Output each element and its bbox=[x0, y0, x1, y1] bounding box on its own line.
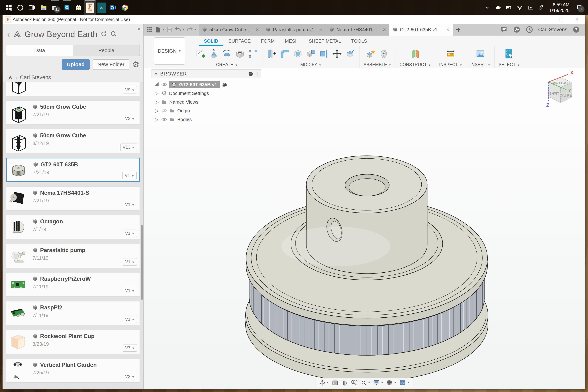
browser-node-origin[interactable]: ▷Origin bbox=[152, 106, 261, 115]
taskbar-microsoft-store-icon[interactable] bbox=[72, 0, 84, 15]
root-expand-triangle-icon[interactable] bbox=[154, 82, 159, 88]
fillet-icon[interactable] bbox=[280, 48, 290, 59]
look-at-icon[interactable] bbox=[332, 379, 339, 386]
browser-collapse-icon[interactable]: « bbox=[154, 72, 157, 76]
action-center-icon[interactable]: 7 bbox=[574, 0, 584, 15]
canvas-icon[interactable] bbox=[475, 48, 486, 59]
file-card[interactable]: GT2-60T-635B7/21/19V1 ▼ bbox=[6, 158, 140, 182]
version-dropdown[interactable]: V1 ▼ bbox=[123, 258, 137, 266]
minimize-button[interactable]: – bbox=[538, 15, 554, 24]
ribbon-tab-solid[interactable]: SOLID bbox=[199, 38, 223, 46]
root-component-name[interactable]: GT2-60T-635B v1 bbox=[179, 82, 217, 88]
file-card[interactable]: 50cm Grow Cube7/21/19V3 ▼ bbox=[6, 100, 140, 124]
ribbon-tab-sheet-metal[interactable]: SHEET METAL bbox=[304, 38, 346, 46]
file-card[interactable]: RaspPi27/11/19V1 ▼ bbox=[6, 301, 140, 325]
sidebar-scrollbar[interactable] bbox=[141, 225, 143, 300]
tray-wifi-icon[interactable] bbox=[517, 4, 523, 11]
version-dropdown[interactable]: V1 ▼ bbox=[123, 201, 137, 208]
version-dropdown[interactable]: V1 ▼ bbox=[123, 287, 137, 294]
zoom-icon[interactable] bbox=[350, 379, 358, 386]
tray-chevron-icon[interactable] bbox=[484, 4, 490, 11]
new-document-tab-button[interactable]: + bbox=[453, 24, 464, 36]
ribbon-group-label[interactable]: ASSEMBLE ▼ bbox=[364, 62, 391, 67]
tab-close-icon[interactable]: × bbox=[256, 26, 259, 33]
browser-node-named-views[interactable]: ▷Named Views bbox=[152, 98, 261, 106]
taskbar-clock[interactable]: 8:59 AM 1/19/2020 bbox=[549, 2, 570, 13]
taskbar-start-icon[interactable] bbox=[3, 0, 14, 15]
activate-component-radio[interactable]: ◉ bbox=[222, 82, 227, 88]
press-pull-icon[interactable] bbox=[266, 48, 277, 59]
hole-icon[interactable] bbox=[235, 48, 245, 59]
orbit-icon[interactable]: ▼ bbox=[319, 379, 329, 386]
tab-data[interactable]: Data bbox=[6, 45, 73, 56]
ribbon-group-label[interactable]: MODIFY ▼ bbox=[300, 62, 322, 67]
version-dropdown[interactable]: V7 ▼ bbox=[123, 344, 137, 352]
pan-icon[interactable] bbox=[341, 379, 348, 386]
taskbar-arduino-icon[interactable]: ∞ bbox=[96, 0, 108, 15]
browser-minimize-icon[interactable] bbox=[248, 71, 253, 76]
display-settings-icon[interactable]: ▼ bbox=[373, 379, 384, 386]
recent-icon[interactable] bbox=[526, 26, 533, 34]
job-status-icon[interactable] bbox=[513, 26, 520, 34]
offset-face-icon[interactable] bbox=[319, 48, 329, 59]
view-cube[interactable]: BOTTOM LEFT BACK X Y Z bbox=[542, 70, 578, 108]
file-new-icon[interactable]: ▼ bbox=[154, 26, 165, 33]
file-card[interactable]: Nema 17HS4401-S7/21/19V1 ▼ bbox=[6, 186, 140, 210]
tray-battery-icon[interactable] bbox=[506, 4, 512, 11]
browser-node-bodies[interactable]: ▷Bodies bbox=[152, 115, 261, 124]
refresh-icon[interactable] bbox=[100, 30, 107, 38]
document-tab[interactable]: 50cm Grow Cube v13*× bbox=[199, 24, 262, 36]
ribbon-tab-form[interactable]: FORM bbox=[256, 38, 280, 46]
expand-caret-icon[interactable]: ▷ bbox=[154, 117, 159, 122]
taskbar-file-explorer-icon[interactable] bbox=[38, 0, 49, 15]
browser-root-row[interactable]: GT2-60T-635B v1 ◉ bbox=[152, 80, 261, 89]
eye-visible-icon[interactable] bbox=[161, 82, 167, 88]
tab-close-icon[interactable]: × bbox=[446, 26, 450, 33]
taskbar-mail-icon[interactable]: 31 bbox=[49, 0, 61, 15]
revolve-icon[interactable] bbox=[222, 48, 232, 59]
ribbon-group-label[interactable]: INSERT ▼ bbox=[470, 62, 490, 67]
redo-icon[interactable]: ▼ bbox=[186, 26, 197, 33]
panel-settings-gear-icon[interactable]: ⚙ bbox=[132, 60, 140, 68]
browser-node-document-settings[interactable]: ▷⚙Document Settings bbox=[152, 89, 261, 98]
breadcrumb-user[interactable]: Carl Stevens bbox=[20, 74, 51, 80]
comments-icon[interactable] bbox=[500, 26, 508, 34]
create-sketch-icon[interactable] bbox=[196, 48, 206, 59]
document-tab[interactable]: Nema 17HS4401-S v1× bbox=[326, 24, 389, 36]
pattern-icon[interactable] bbox=[248, 48, 258, 59]
expand-caret-icon[interactable]: ▷ bbox=[154, 90, 159, 96]
model-viewport[interactable]: « BROWSER ‖ bbox=[144, 68, 585, 389]
tray-pen-icon[interactable] bbox=[538, 4, 545, 11]
file-card[interactable]: Vertical Plant Garden7/25/19V3 ▼ bbox=[6, 358, 140, 382]
version-dropdown[interactable]: V9 ▼ bbox=[123, 86, 137, 94]
version-dropdown[interactable]: V3 ▼ bbox=[123, 373, 137, 380]
version-dropdown[interactable]: V1 ▼ bbox=[123, 316, 137, 323]
taskbar-chrome-icon[interactable] bbox=[119, 0, 131, 15]
expand-caret-icon[interactable]: ▷ bbox=[154, 108, 159, 114]
ribbon-tab-surface[interactable]: SURFACE bbox=[223, 38, 256, 46]
new-component-icon[interactable] bbox=[366, 48, 376, 59]
version-dropdown[interactable]: V1 ▼ bbox=[123, 230, 137, 237]
ribbon-group-label[interactable]: CREATE ▼ bbox=[216, 62, 238, 67]
tab-close-icon[interactable]: × bbox=[383, 26, 386, 33]
measure-icon[interactable] bbox=[445, 48, 456, 59]
taskbar-cortana-icon[interactable] bbox=[14, 0, 26, 15]
tray-onedrive-icon[interactable] bbox=[495, 4, 501, 11]
file-card[interactable]: Rockwool Plant Cup8/23/19V7 ▼ bbox=[6, 330, 140, 354]
version-dropdown[interactable]: V13 ▼ bbox=[120, 144, 137, 151]
expand-caret-icon[interactable]: ▷ bbox=[154, 99, 159, 105]
combine-icon[interactable] bbox=[306, 48, 316, 59]
autodesk-tent-icon[interactable] bbox=[7, 74, 14, 80]
maximize-button[interactable]: □ bbox=[554, 15, 569, 24]
search-icon[interactable] bbox=[110, 30, 117, 38]
taskbar-cura-icon[interactable]: C bbox=[61, 0, 72, 15]
window-titlebar[interactable]: F Autodesk Fusion 360 (Personal - Not fo… bbox=[2, 15, 585, 24]
joint-icon[interactable] bbox=[378, 48, 389, 59]
help-icon[interactable]: ? bbox=[572, 26, 580, 34]
ribbon-group-label[interactable]: CONSTRUCT ▼ bbox=[400, 62, 431, 67]
ribbon-tab-mesh[interactable]: MESH bbox=[280, 38, 304, 46]
remove-icon[interactable] bbox=[345, 48, 355, 59]
move-icon[interactable] bbox=[332, 48, 342, 59]
taskbar-fusion-360-icon[interactable]: F360 bbox=[84, 0, 96, 15]
undo-icon[interactable]: ▼ bbox=[174, 26, 185, 33]
